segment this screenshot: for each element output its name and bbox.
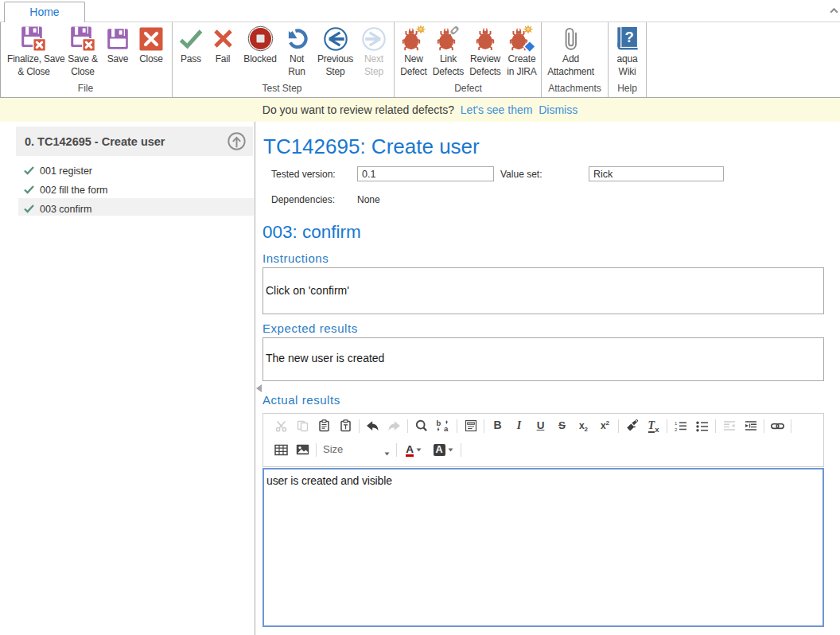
svg-text:b: b [437, 419, 441, 427]
svg-text:1: 1 [675, 420, 678, 425]
svg-text:2: 2 [675, 427, 678, 431]
svg-text:?: ? [624, 29, 633, 45]
svg-text:a: a [444, 424, 449, 432]
